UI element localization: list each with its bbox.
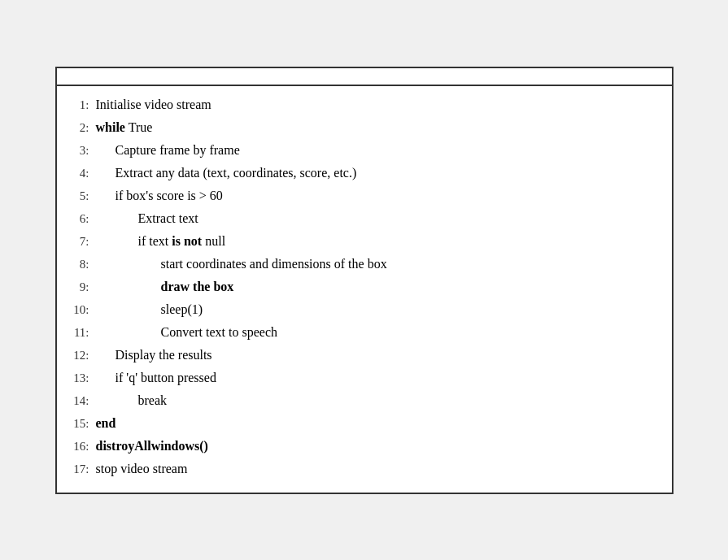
line-number: 9: (70, 277, 93, 297)
line-content: stop video stream (96, 458, 188, 480)
line-number: 3: (70, 141, 93, 160)
line-content: sleep(1) (161, 299, 203, 320)
line-number: 12: (70, 345, 93, 365)
algorithm-line: 16:distroyAllwindows() (70, 436, 659, 458)
line-number: 1: (70, 95, 93, 115)
line-number: 5: (70, 186, 93, 206)
algorithm-line: 15:end (70, 413, 659, 436)
line-number: 11: (70, 323, 93, 342)
algorithm-line: 14:break (70, 390, 659, 413)
line-number: 2: (70, 118, 93, 137)
algorithm-line: 12:Display the results (70, 345, 659, 367)
line-content: if text is not null (138, 231, 226, 252)
algorithm-line: 6:Extract text (70, 208, 659, 231)
algorithm-header (57, 68, 672, 86)
algorithm-line: 13:if 'q' button pressed (70, 367, 659, 390)
algorithm-container: 1:Initialise video stream2:while True3:C… (55, 67, 674, 494)
algorithm-line: 5:if box's score is > 60 (70, 185, 659, 208)
line-number: 14: (70, 391, 93, 410)
line-content: break (138, 390, 168, 411)
algorithm-line: 11:Convert text to speech (70, 322, 659, 345)
line-content: end (96, 413, 116, 434)
line-content: distroyAllwindows() (96, 436, 208, 457)
line-number: 17: (70, 459, 93, 479)
algorithm-line: 7:if text is not null (70, 231, 659, 254)
line-content: Initialise video stream (96, 94, 211, 115)
line-number: 4: (70, 163, 93, 183)
line-content: draw the box (161, 276, 234, 297)
line-content: while True (96, 117, 153, 138)
algorithm-line: 17:stop video stream (70, 458, 659, 481)
line-number: 10: (70, 300, 93, 319)
line-content: Extract text (138, 208, 198, 229)
line-content: if box's score is > 60 (116, 185, 223, 206)
algorithm-line: 3:Capture frame by frame (70, 140, 659, 163)
algorithm-line: 9:draw the box (70, 276, 659, 299)
algorithm-line: 10:sleep(1) (70, 299, 659, 322)
line-number: 16: (70, 436, 93, 456)
line-content: Capture frame by frame (116, 140, 240, 161)
algorithm-line: 2:while True (70, 117, 659, 140)
line-number: 7: (70, 232, 93, 251)
line-content: Extract any data (text, coordinates, sco… (116, 163, 357, 184)
line-number: 15: (70, 414, 93, 433)
algorithm-line: 4:Extract any data (text, coordinates, s… (70, 163, 659, 185)
algorithm-line: 1:Initialise video stream (70, 94, 659, 117)
line-content: Display the results (116, 345, 212, 366)
line-number: 13: (70, 368, 93, 388)
line-number: 6: (70, 209, 93, 228)
line-content: start coordinates and dimensions of the … (161, 254, 387, 275)
line-number: 8: (70, 254, 93, 274)
algorithm-line: 8:start coordinates and dimensions of th… (70, 254, 659, 276)
algorithm-body: 1:Initialise video stream2:while True3:C… (57, 86, 672, 493)
line-content: Convert text to speech (161, 322, 278, 343)
line-content: if 'q' button pressed (116, 367, 216, 389)
